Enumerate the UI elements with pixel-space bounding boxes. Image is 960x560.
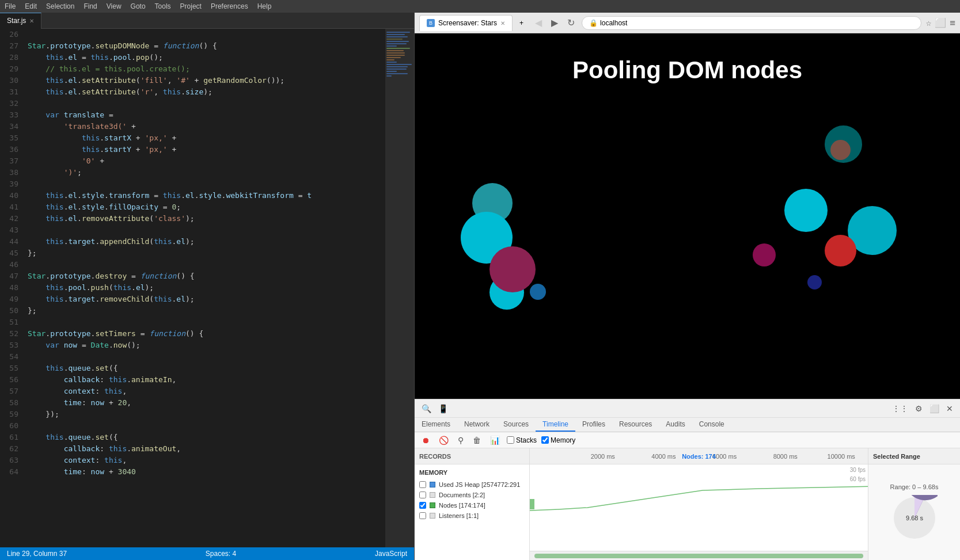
tab-close-icon[interactable]: ✕ [29, 18, 34, 24]
docs-color [430, 492, 435, 498]
scale-8000: 8000 ms [773, 453, 798, 460]
devtools-toolbar: 🔍 📱 ⋮⋮ ⚙ ⬜ ✕ [415, 399, 960, 418]
status-position: Line 29, Column 37 [7, 550, 67, 558]
browser-tab-active[interactable]: B Screensaver: Stars ✕ [419, 15, 513, 31]
nodes-color [430, 502, 435, 508]
tab-elements[interactable]: Elements [415, 418, 457, 432]
records-label: RECORDS [419, 453, 451, 460]
close-devtools-button[interactable]: ✕ [944, 403, 955, 414]
tab-console[interactable]: Console [692, 418, 731, 432]
browser-pane: B Screensaver: Stars ✕ + ◀ ▶ ↻ 🔒 localho… [415, 13, 960, 560]
inspect-button[interactable]: 🔍 [419, 403, 434, 414]
tab-profiles[interactable]: Profiles [575, 418, 612, 432]
memory-row-listeners: Listeners [1:1] [419, 511, 525, 521]
menu-icon[interactable]: ≡ [950, 17, 955, 28]
mobile-button[interactable]: 📱 [436, 403, 450, 414]
menu-help[interactable]: Help [257, 2, 272, 10]
circle-10 [825, 235, 856, 266]
menu-goto[interactable]: Goto [131, 2, 146, 10]
browser-toolbar-icons: ☆ ⬜ ≡ [926, 17, 955, 28]
main-content: Star.js ✕ 2627282930 3132333435 36373839… [0, 13, 960, 560]
window-icon[interactable]: ⬜ [935, 17, 946, 28]
reload-button[interactable]: ↻ [565, 16, 577, 29]
timeline-right-panel: Selected Range Range: 0 – 9.68s [868, 448, 960, 560]
circle-8 [784, 189, 828, 232]
lock-icon: 🔒 [589, 19, 598, 27]
circle-11 [753, 243, 776, 266]
browser-tab-icon: B [427, 19, 435, 27]
menu-selection[interactable]: Selection [46, 2, 74, 10]
memory-label: Memory [551, 436, 575, 444]
record-button[interactable]: ⏺ [419, 435, 432, 445]
selected-range-header: Selected Range [868, 448, 960, 464]
stacks-checkbox[interactable] [507, 436, 514, 444]
nodes-checkbox[interactable] [419, 502, 426, 509]
memory-section-label: MEMORY [419, 469, 447, 476]
editor-tab-starjs[interactable]: Star.js ✕ [0, 13, 41, 29]
tab-timeline[interactable]: Timeline [536, 418, 575, 432]
timeline-toolbar: ⏺ 🚫 ⚲ 🗑 📊 Stacks Memory [415, 432, 960, 448]
heap-checkbox[interactable] [419, 481, 426, 488]
listeners-color [430, 513, 435, 519]
memory-row-heap: Used JS Heap [2574772:291 [419, 479, 525, 490]
expand-button[interactable]: ⋮⋮ [890, 403, 910, 414]
scale-2000: 2000 ms [591, 453, 615, 460]
page-title: Pooling DOM nodes [572, 56, 802, 84]
editor-pane: Star.js ✕ 2627282930 3132333435 36373839… [0, 13, 415, 560]
memory-checkbox[interactable] [541, 436, 549, 444]
heap-color [430, 482, 435, 487]
browser-tab-close[interactable]: ✕ [500, 20, 505, 26]
dock-button[interactable]: ⬜ [927, 403, 942, 414]
menu-edit[interactable]: Edit [25, 2, 37, 10]
address-bar[interactable]: 🔒 localhost [582, 16, 921, 30]
circle-7 [830, 140, 851, 160]
forward-button[interactable]: ▶ [549, 16, 560, 29]
records-header: RECORDS [415, 448, 529, 464]
clear-button[interactable]: 🚫 [437, 435, 451, 445]
editor-tabs: Star.js ✕ [0, 13, 414, 29]
menu-preferences[interactable]: Preferences [211, 2, 248, 10]
star-icon[interactable]: ☆ [926, 17, 932, 28]
bar-chart-button[interactable]: 📊 [488, 435, 502, 445]
pie-chart: 9.68 s [891, 495, 938, 541]
circle-12 [807, 275, 822, 289]
code-editor[interactable]: 2627282930 3132333435 3637383940 4142434… [0, 29, 414, 547]
address-text: localhost [600, 19, 627, 27]
menu-tools[interactable]: Tools [155, 2, 171, 10]
devtools-panel: 🔍 📱 ⋮⋮ ⚙ ⬜ ✕ Elements Network Sources Ti… [415, 399, 960, 560]
timeline-graph[interactable]: 30 fps 60 fps [530, 464, 868, 551]
scale-4000: 4000 ms [651, 453, 676, 460]
timeline-left-panel: RECORDS MEMORY Used JS Heap [2574772:291 [415, 448, 530, 560]
menu-find[interactable]: Find [84, 2, 97, 10]
circle-4 [530, 284, 546, 300]
editor-status-bar: Line 29, Column 37 Spaces: 4 JavaScript [0, 547, 414, 560]
timeline-scroll[interactable] [530, 551, 868, 560]
stacks-checkbox-label[interactable]: Stacks [507, 436, 537, 444]
tab-label: Star.js [7, 17, 26, 25]
tab-audits[interactable]: Audits [659, 418, 692, 432]
docs-checkbox[interactable] [419, 492, 426, 498]
status-language: JavaScript [375, 550, 407, 558]
timeline-main: 2000 ms 4000 ms 6000 ms 8000 ms 10000 ms… [530, 448, 868, 560]
listeners-checkbox[interactable] [419, 512, 426, 519]
trash-button[interactable]: 🗑 [470, 435, 483, 445]
settings-button[interactable]: ⚙ [913, 403, 925, 414]
timeline-scale: 2000 ms 4000 ms 6000 ms 8000 ms 10000 ms… [530, 448, 868, 464]
heap-label: Used JS Heap [2574772:291 [439, 481, 520, 488]
devtools-tabs: Elements Network Sources Timeline Profil… [415, 418, 960, 432]
browser-tab-new[interactable]: + [515, 15, 528, 31]
menu-file[interactable]: File [5, 2, 16, 10]
scroll-track[interactable] [534, 554, 863, 558]
filter-button[interactable]: ⚲ [456, 435, 466, 445]
tab-sources[interactable]: Sources [496, 418, 536, 432]
tab-network[interactable]: Network [457, 418, 496, 432]
browser-tabs: B Screensaver: Stars ✕ + [419, 13, 528, 33]
menu-view[interactable]: View [107, 2, 122, 10]
back-button[interactable]: ◀ [533, 16, 544, 29]
menu-project[interactable]: Project [180, 2, 202, 10]
tab-resources[interactable]: Resources [612, 418, 659, 432]
memory-checkbox-label[interactable]: Memory [541, 436, 575, 444]
line-numbers: 2627282930 3132333435 3637383940 4142434… [0, 29, 23, 547]
devtools-right-icons: ⋮⋮ ⚙ ⬜ ✕ [890, 403, 955, 414]
code-content[interactable]: Star.prototype.setupDOMNode = function()… [23, 29, 385, 547]
